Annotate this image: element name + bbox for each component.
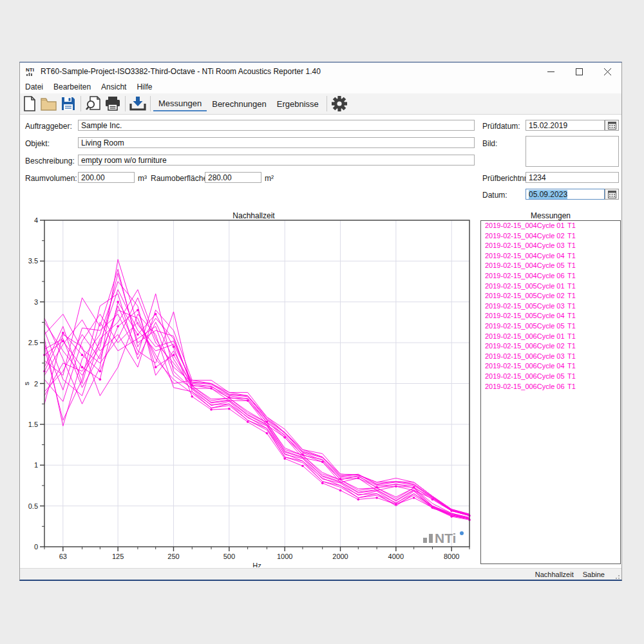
measurement-tag: T1 [567, 251, 576, 261]
maximize-button[interactable] [565, 62, 593, 80]
measurement-tag: T1 [567, 332, 576, 342]
datum-input[interactable]: 05.09.2023 [526, 189, 605, 200]
raumvolumen-input[interactable] [78, 172, 135, 183]
measurement-row[interactable]: 2019-02-15_006Cycle 03T1 [481, 352, 620, 362]
app-window: NTI RT60-Sample-Project-ISO3382-Third-Oc… [19, 62, 622, 581]
objekt-input[interactable] [78, 137, 475, 148]
measurement-name: 2019-02-15_006Cycle 03 [485, 352, 567, 362]
tab-messungen[interactable]: Messungen [153, 96, 207, 111]
measurement-row[interactable]: 2019-02-15_005Cycle 01T1 [481, 281, 620, 292]
measurements-title: Messungen [480, 211, 621, 220]
new-document-button[interactable] [20, 95, 39, 113]
pruefdatum-calendar-button[interactable] [605, 120, 619, 131]
datum-label: Datum: [482, 191, 507, 200]
raumoberflaeche-input[interactable] [205, 172, 261, 183]
measurement-row[interactable]: 2019-02-15_004Cycle 03T1 [481, 241, 620, 251]
save-floppy-icon [61, 97, 75, 111]
menu-hilfe[interactable]: Hilfe [131, 81, 157, 93]
print-button[interactable] [103, 95, 122, 113]
toolbar-separator [327, 96, 327, 111]
measurement-name: 2019-02-15_004Cycle 04 [485, 251, 567, 261]
measurement-tag: T1 [567, 352, 576, 362]
title-bar: NTI RT60-Sample-Project-ISO3382-Third-Oc… [20, 62, 621, 80]
open-file-button[interactable] [39, 95, 59, 113]
menu-datei[interactable]: Datei [20, 81, 48, 93]
raumvolumen-unit: m³ [138, 174, 147, 183]
pruefberichtnr-input[interactable] [526, 172, 619, 183]
raumoberflaeche-unit: m² [265, 174, 274, 183]
auftraggeber-label: Auftraggeber: [25, 122, 72, 131]
measurement-row[interactable]: 2019-02-15_006Cycle 06T1 [481, 382, 620, 392]
measurement-tag: T1 [567, 321, 576, 332]
toolbar-separator [80, 96, 81, 111]
measurement-name: 2019-02-15_004Cycle 02 [485, 231, 567, 242]
gear-icon [331, 95, 348, 112]
datum-selected-text: 05.09.2023 [529, 190, 567, 199]
measurement-row[interactable]: 2019-02-15_005Cycle 02T1 [481, 291, 620, 301]
svg-text:4000: 4000 [388, 553, 404, 560]
measurement-row[interactable]: 2019-02-15_005Cycle 05T1 [481, 321, 620, 332]
measurement-row[interactable]: 2019-02-15_004Cycle 04T1 [481, 251, 620, 261]
status-sabine: Sabine [583, 571, 605, 578]
measurement-name: 2019-02-15_006Cycle 01 [485, 332, 567, 342]
svg-text:2.5: 2.5 [28, 339, 38, 346]
measurement-row[interactable]: 2019-02-15_006Cycle 01T1 [481, 332, 620, 342]
import-button[interactable] [128, 95, 147, 113]
save-button[interactable] [59, 95, 78, 113]
measurement-tag: T1 [567, 382, 576, 392]
menu-bar: Datei Bearbeiten Ansicht Hilfe [20, 80, 621, 93]
measurement-tag: T1 [567, 291, 576, 301]
measurement-row[interactable]: 2019-02-15_004Cycle 02T1 [481, 231, 620, 242]
import-download-icon [129, 96, 146, 111]
svg-text:0.5: 0.5 [28, 502, 38, 510]
objekt-label: Objekt: [25, 139, 50, 148]
resize-grip[interactable] [614, 573, 620, 580]
svg-text:3.5: 3.5 [28, 257, 38, 265]
tab-ergebnisse[interactable]: Ergebnisse [272, 97, 324, 111]
bild-image-box[interactable] [526, 136, 619, 167]
pruefdatum-input[interactable] [526, 120, 605, 131]
open-folder-icon [41, 97, 57, 111]
measurement-row[interactable]: 2019-02-15_005Cycle 03T1 [481, 301, 620, 312]
svg-text:1.5: 1.5 [28, 421, 38, 428]
measurement-name: 2019-02-15_004Cycle 06 [485, 271, 567, 281]
settings-button[interactable] [330, 95, 349, 113]
measurement-row[interactable]: 2019-02-15_006Cycle 02T1 [481, 341, 620, 352]
measurement-row[interactable]: 2019-02-15_005Cycle 04T1 [481, 311, 620, 321]
svg-text:3: 3 [34, 298, 38, 306]
svg-text:s: s [25, 381, 30, 385]
app-logo-icon: NTI [25, 66, 37, 77]
measurements-list[interactable]: 2019-02-15_004Cycle 01T12019-02-15_004Cy… [480, 220, 621, 564]
rt60-chart[interactable]: 631252505001000200040008000Hz00.511.522.… [25, 214, 482, 567]
auftraggeber-input[interactable] [78, 120, 475, 131]
minimize-button[interactable] [536, 62, 565, 80]
close-button[interactable] [593, 62, 621, 80]
measurement-row[interactable]: 2019-02-15_006Cycle 04T1 [481, 361, 620, 372]
svg-text:1000: 1000 [277, 553, 292, 560]
measurement-tag: T1 [567, 311, 576, 321]
measurement-row[interactable]: 2019-02-15_006Cycle 05T1 [481, 372, 620, 382]
pruefberichtnr-label: Prüfberichtnr.: [482, 174, 531, 183]
measurement-name: 2019-02-15_004Cycle 05 [485, 261, 567, 271]
beschreibung-input[interactable] [78, 155, 475, 166]
measurement-name: 2019-02-15_006Cycle 02 [485, 341, 567, 352]
menu-bearbeiten[interactable]: Bearbeiten [48, 81, 96, 93]
menu-ansicht[interactable]: Ansicht [96, 81, 131, 93]
measurement-name: 2019-02-15_006Cycle 06 [485, 382, 567, 392]
measurement-name: 2019-02-15_005Cycle 03 [485, 301, 567, 312]
toolbar: Messungen Berechnungen Ergebnisse [20, 93, 621, 115]
datum-calendar-button[interactable] [605, 189, 619, 200]
tab-berechnungen[interactable]: Berechnungen [207, 97, 272, 111]
svg-text:125: 125 [112, 553, 124, 560]
measurement-tag: T1 [567, 221, 576, 231]
bild-label: Bild: [482, 139, 497, 148]
measurement-tag: T1 [567, 241, 576, 251]
measurement-row[interactable]: 2019-02-15_004Cycle 01T1 [481, 221, 620, 231]
status-nachhallzeit: Nachhallzeit [535, 571, 574, 578]
measurement-row[interactable]: 2019-02-15_004Cycle 06T1 [481, 271, 620, 281]
print-preview-button[interactable] [84, 95, 103, 113]
measurement-row[interactable]: 2019-02-15_004Cycle 05T1 [481, 261, 620, 271]
svg-text:NTI: NTI [26, 67, 34, 73]
svg-text:2: 2 [34, 380, 38, 388]
measurement-name: 2019-02-15_004Cycle 01 [485, 221, 567, 231]
